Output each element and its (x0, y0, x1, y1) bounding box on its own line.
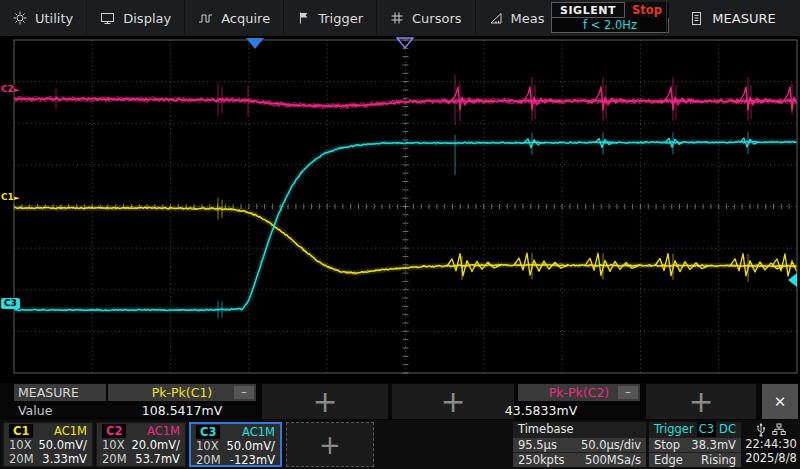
channel-badge-c1[interactable]: C1► (1, 192, 19, 204)
channel-offset: -123mV (230, 453, 275, 467)
measurement-label: Pk-Pk(C1) (152, 385, 213, 400)
menu-item-trigger[interactable]: Trigger (284, 0, 377, 36)
trigger-level-marker[interactable] (788, 273, 797, 287)
probe-attenuation: 10X (196, 439, 219, 453)
volts-per-div: 20.0mV/ (131, 438, 180, 452)
menu-label: Trigger (318, 11, 363, 26)
measure-panel-button[interactable]: MEASURE (666, 0, 800, 36)
menu-item-acquire[interactable]: Acquire (185, 0, 284, 36)
waveform-display[interactable]: C2► C1► C3 (0, 36, 800, 383)
trigger-slope: Rising (701, 453, 736, 467)
channel-id: C1 (9, 424, 33, 438)
measure-panel-button-label: MEASURE (712, 11, 775, 26)
volts-per-div: 50.0mV/ (38, 438, 87, 452)
bandwidth-limit: 20M (9, 452, 34, 466)
measure-label-column: MEASURE Value (14, 384, 106, 419)
measurement-slot-pkpk-c1[interactable]: Pk-Pk(C1) – 108.5417mV (108, 384, 256, 419)
menu-item-cursors[interactable]: Cursors (377, 0, 476, 36)
collapse-measurement-button[interactable]: – (618, 386, 638, 399)
measurement-value: 43.5833mV (480, 401, 602, 419)
menu-label: Display (123, 11, 171, 26)
trigger-type: Edge (654, 453, 683, 467)
channel-box-c3-selected[interactable]: C3AC1M 10X50.0mV/ 20M-123mV (189, 422, 282, 467)
measure-statistics-bar: MEASURE Value Pk-Pk(C1) – 108.5417mV + +… (0, 383, 800, 420)
display-icon (100, 11, 115, 25)
clock-date: 2025/8/8 (744, 451, 798, 465)
channel-offset: 3.33mV (42, 452, 87, 466)
probe-attenuation: 10X (9, 438, 32, 452)
menu-item-meas[interactable]: Meas (476, 0, 559, 36)
trigger-level: 38.3mV (691, 438, 736, 452)
trigger-status: Stop (654, 438, 680, 452)
measure-value-row-label: Value (14, 401, 106, 419)
bandwidth-limit: 20M (196, 453, 221, 467)
gear-icon (13, 11, 27, 25)
probe-attenuation: 10X (102, 438, 125, 452)
bottom-status-bar: C1AC1M 10X50.0mV/ 20M3.33mV C2AC1M 10X20… (0, 420, 800, 469)
add-measurement-button[interactable]: + (646, 384, 756, 419)
memory-depth: 250kpts (518, 453, 564, 467)
meas-icon (489, 11, 503, 25)
channel-badge-c3[interactable]: C3 (1, 298, 20, 309)
clock-time: 22:44:30 (744, 437, 798, 451)
add-channel-button[interactable]: + (286, 422, 374, 467)
trigger-position-marker[interactable] (246, 38, 264, 49)
timebase-box[interactable]: Timebase 95.5µs50.0µs/div 250kpts500MSa/… (513, 422, 646, 467)
channel-box-c2[interactable]: C2AC1M 10X20.0mV/ 20M53.7mV (96, 422, 186, 467)
channel-badge-c2[interactable]: C2► (1, 84, 19, 96)
measurement-label: Pk-Pk(C2) (549, 385, 610, 400)
measurement-value: 108.5417mV (108, 401, 256, 419)
timebase-title: Timebase (518, 422, 574, 437)
add-measurement-button[interactable]: + (262, 384, 388, 419)
waveform-svg (0, 36, 800, 383)
menu-label: Meas (511, 11, 545, 26)
channel-box-c1[interactable]: C1AC1M 10X50.0mV/ 20M3.33mV (3, 422, 93, 467)
trigger-title: Trigger (654, 422, 694, 437)
menu-label: Acquire (221, 11, 270, 26)
sample-rate: 500MSa/s (585, 453, 641, 467)
menu-label: Utility (35, 11, 73, 26)
cursors-icon (390, 11, 404, 25)
close-measure-bar-button[interactable]: ✕ (762, 384, 798, 419)
timebase-scale: 50.0µs/div (581, 438, 641, 452)
trigger-coupling: DC (719, 422, 736, 437)
bandwidth-limit: 20M (102, 452, 127, 466)
volts-per-div: 50.0mV/ (226, 439, 275, 453)
collapse-measurement-button[interactable]: – (234, 386, 254, 399)
top-menu-bar: Utility Display Acquire Trigger Cursors … (0, 0, 800, 36)
menu-item-utility[interactable]: Utility (0, 0, 87, 36)
measurement-slot-pkpk-c2[interactable]: Pk-Pk(C2) – 43.5833mV (518, 384, 640, 419)
channel-coupling: AC1M (147, 424, 180, 438)
trigger-box[interactable]: Trigger C3DC Stop38.3mV EdgeRising (649, 422, 741, 467)
lan-icon (772, 423, 786, 436)
menu-label: Cursors (412, 11, 462, 26)
trigger-source: C3 (697, 422, 716, 437)
channel-coupling: AC1M (242, 425, 275, 439)
system-status: 22:44:30 2025/8/8 (744, 422, 798, 467)
acquisition-status: Stop (625, 2, 669, 18)
status-cluster: SIGLENT Stop f < 2.0Hz (551, 2, 669, 34)
clipboard-icon (691, 11, 702, 26)
menu-item-display[interactable]: Display (87, 0, 185, 36)
trigger-frequency-readout: f < 2.0Hz (551, 18, 669, 33)
channel-coupling: AC1M (54, 424, 87, 438)
channel-id: C3 (196, 425, 220, 439)
channel-id: C2 (102, 424, 126, 438)
acquire-icon (198, 11, 213, 25)
timebase-delay: 95.5µs (518, 438, 557, 452)
brand-logo: SIGLENT (551, 2, 625, 18)
usb-icon (756, 423, 766, 437)
channel-offset: 53.7mV (135, 452, 180, 466)
measure-title: MEASURE (14, 384, 106, 401)
flag-icon (297, 11, 310, 25)
